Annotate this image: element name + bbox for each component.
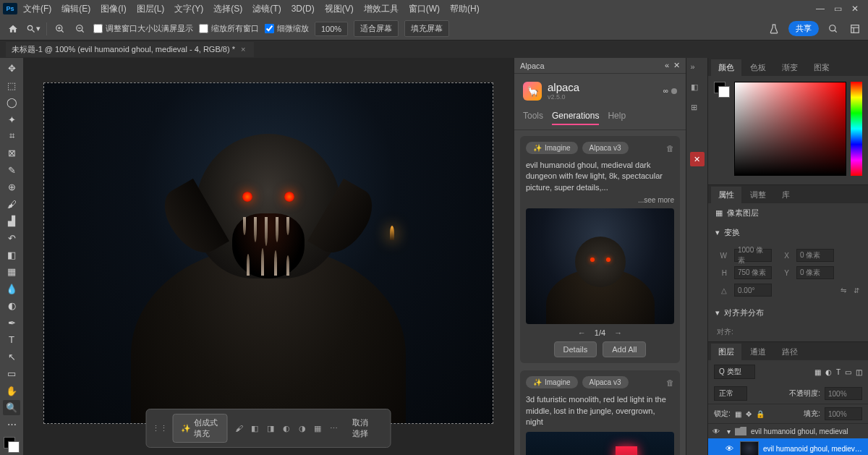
flip-h-icon[interactable]: ⇋ bbox=[841, 286, 846, 294]
workspace-icon[interactable] bbox=[848, 22, 862, 36]
lock-pixels-icon[interactable]: ▦ bbox=[735, 410, 741, 418]
height-input[interactable]: 750 像素 bbox=[734, 266, 772, 279]
alpaca-tab-generations[interactable]: Generations bbox=[552, 108, 599, 125]
search-icon[interactable] bbox=[826, 22, 841, 36]
zoom-in-icon[interactable] bbox=[53, 22, 67, 36]
menu-image[interactable]: 图像(I) bbox=[96, 3, 130, 15]
color-tab[interactable]: 颜色 bbox=[711, 59, 741, 76]
y-input[interactable]: 0 像素 bbox=[796, 266, 834, 279]
minimize-icon[interactable]: — bbox=[816, 4, 825, 13]
x-input[interactable]: 0 像素 bbox=[796, 249, 834, 262]
fill-icon[interactable]: ▦ bbox=[313, 422, 322, 434]
zoom-tool[interactable]: 🔍 bbox=[3, 400, 20, 415]
pattern-tab[interactable]: 图案 bbox=[807, 59, 837, 76]
eyedropper-tool[interactable]: ✎ bbox=[3, 163, 20, 178]
menu-select[interactable]: 选择(S) bbox=[209, 3, 247, 15]
edit-toolbar[interactable]: ⋯ bbox=[3, 417, 20, 432]
menu-window[interactable]: 窗口(W) bbox=[404, 3, 444, 15]
flip-v-icon[interactable]: ⇵ bbox=[854, 286, 859, 294]
strip-close-icon[interactable]: ✕ bbox=[690, 152, 705, 166]
zoom-out-icon[interactable] bbox=[73, 22, 88, 36]
stamp-tool[interactable]: ▟ bbox=[3, 213, 20, 229]
color-field[interactable] bbox=[734, 82, 846, 176]
fit-window-check[interactable]: 调整窗口大小以满屏显示 bbox=[93, 23, 193, 34]
visibility-icon[interactable]: 👁 bbox=[726, 444, 736, 453]
history-brush-tool[interactable]: ↶ bbox=[3, 230, 20, 245]
panel-close-icon[interactable]: ✕ bbox=[673, 61, 680, 70]
menu-3d[interactable]: 3D(D) bbox=[287, 4, 319, 14]
taskbar-handle-icon[interactable]: ⋮⋮ bbox=[154, 422, 166, 434]
width-input[interactable]: 1000 像素 bbox=[734, 249, 772, 262]
tab-close-icon[interactable]: × bbox=[241, 45, 245, 54]
adjustments-tab[interactable]: 调整 bbox=[743, 187, 773, 203]
filter-pixel-icon[interactable]: ▦ bbox=[814, 368, 821, 376]
imagine-pill[interactable]: ✨ Imagine bbox=[526, 142, 578, 154]
filter-adjust-icon[interactable]: ◐ bbox=[825, 368, 832, 376]
transform-icon[interactable]: ◑ bbox=[298, 422, 307, 434]
dodge-tool[interactable]: ◐ bbox=[3, 298, 20, 313]
channels-tab[interactable]: 通道 bbox=[743, 344, 773, 360]
see-more-link[interactable]: ...see more bbox=[526, 196, 674, 204]
lock-position-icon[interactable]: ✥ bbox=[746, 410, 752, 418]
path-tool[interactable]: ↖ bbox=[3, 349, 20, 364]
fill-screen-button[interactable]: 填充屏幕 bbox=[404, 20, 449, 37]
zoom-all-check[interactable]: 缩放所有窗口 bbox=[199, 23, 259, 34]
menu-help[interactable]: 帮助(H) bbox=[446, 3, 484, 15]
menu-view[interactable]: 视图(V) bbox=[320, 3, 358, 15]
menu-type[interactable]: 文字(Y) bbox=[170, 3, 208, 15]
delete-icon[interactable]: 🗑 bbox=[666, 144, 674, 153]
delete-icon[interactable]: 🗑 bbox=[666, 378, 674, 387]
more-icon[interactable]: ⋯ bbox=[329, 422, 338, 434]
canvas-area[interactable]: ⋮⋮ ✨ 创成式填充 🖌 ◧ ◨ ◐ ◑ ▦ ⋯ 取消选择 bbox=[23, 58, 514, 455]
fit-screen-button[interactable]: 适合屏幕 bbox=[354, 20, 399, 37]
flask-icon[interactable] bbox=[767, 22, 781, 36]
brush-tool[interactable]: 🖌 bbox=[3, 197, 20, 212]
brush-icon[interactable]: 🖌 bbox=[234, 422, 243, 434]
chevron-down-icon[interactable]: ▾ bbox=[727, 428, 731, 435]
home-icon[interactable] bbox=[6, 22, 20, 36]
swatch-tab[interactable]: 色板 bbox=[743, 59, 773, 76]
angle-input[interactable]: 0.00° bbox=[734, 284, 772, 297]
gradient-tool[interactable]: ▦ bbox=[3, 264, 20, 279]
alpaca-tab-tools[interactable]: Tools bbox=[523, 108, 543, 125]
menu-plugins[interactable]: 增效工具 bbox=[359, 3, 403, 15]
move-tool[interactable]: ✥ bbox=[3, 61, 20, 76]
scrubby-check[interactable]: 细微缩放 bbox=[265, 23, 309, 34]
blend-mode-select[interactable]: 正常 bbox=[714, 386, 747, 401]
align-section[interactable]: ▾ 对齐并分布 bbox=[708, 303, 868, 323]
lasso-tool[interactable]: ◯ bbox=[3, 95, 20, 110]
menu-file[interactable]: 文件(F) bbox=[19, 3, 56, 15]
wand-tool[interactable]: ✦ bbox=[3, 111, 20, 127]
healing-tool[interactable]: ⊕ bbox=[3, 179, 20, 195]
transform-section[interactable]: ▾ 变换 bbox=[708, 223, 868, 242]
layer-group[interactable]: 👁 ▾ evil humanoid ghoul, medieval bbox=[708, 424, 868, 438]
strip-panel-icon[interactable]: ◧ bbox=[691, 82, 704, 95]
filter-smart-icon[interactable]: ◫ bbox=[856, 368, 862, 376]
crop-tool[interactable]: ⌗ bbox=[3, 129, 20, 144]
add-all-button[interactable]: Add All bbox=[603, 341, 646, 357]
strip-panel-icon[interactable]: ⊞ bbox=[691, 103, 704, 116]
lock-all-icon[interactable]: 🔒 bbox=[756, 410, 765, 418]
marquee-tool[interactable]: ⬚ bbox=[3, 77, 20, 93]
zoom-level[interactable]: 100% bbox=[315, 22, 348, 36]
menu-edit[interactable]: 编辑(E) bbox=[57, 3, 95, 15]
model-pill[interactable]: Alpaca v3 bbox=[582, 142, 629, 154]
eraser-tool[interactable]: ◧ bbox=[3, 247, 20, 263]
libraries-tab[interactable]: 库 bbox=[775, 187, 797, 203]
generative-fill-button[interactable]: ✨ 创成式填充 bbox=[173, 414, 228, 443]
filter-type-icon[interactable]: T bbox=[836, 368, 841, 376]
menu-filter[interactable]: 滤镜(T) bbox=[248, 3, 285, 15]
pen-tool[interactable]: ✒ bbox=[3, 315, 20, 331]
generation-thumbnail[interactable] bbox=[526, 432, 674, 455]
pager-prev-icon[interactable]: ← bbox=[578, 328, 586, 337]
type-tool[interactable]: T bbox=[3, 332, 20, 347]
shape-tool[interactable]: ▭ bbox=[3, 366, 20, 381]
subtract-mask-icon[interactable]: ◨ bbox=[266, 422, 275, 434]
share-button[interactable]: 共享 bbox=[788, 21, 819, 36]
fg-bg-swatches[interactable] bbox=[714, 82, 730, 98]
paths-tab[interactable]: 路径 bbox=[775, 344, 805, 360]
document-tab[interactable]: 未标题-1 @ 100% (evil humanoid ghoul, medie… bbox=[6, 42, 254, 57]
menu-layer[interactable]: 图层(L) bbox=[132, 3, 169, 15]
blur-tool[interactable]: 💧 bbox=[3, 281, 20, 297]
zoom-tool-icon[interactable]: ▾ bbox=[26, 22, 41, 36]
